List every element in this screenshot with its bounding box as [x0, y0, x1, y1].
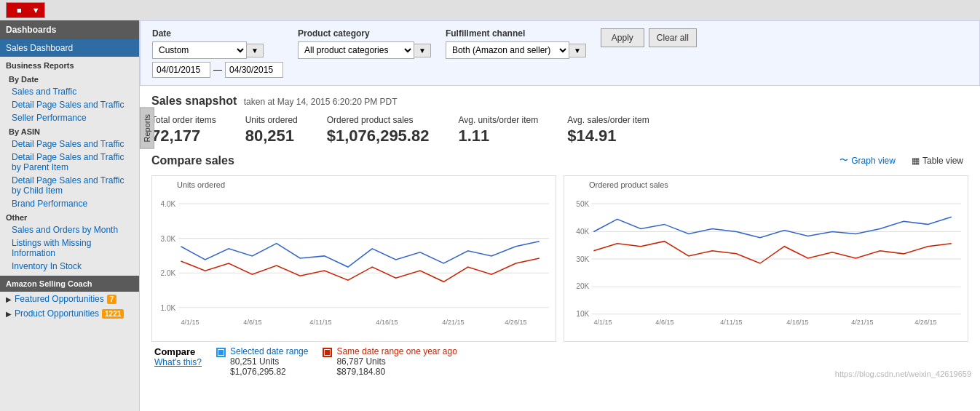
date-start-input[interactable] [152, 62, 210, 78]
snapshot-title: Sales snapshot taken at May 14, 2015 6:2… [151, 95, 968, 108]
legend2-units: 86,787 Units [336, 356, 457, 367]
product-badge: 1221 [102, 309, 124, 319]
metric-value-2: $1,076,295.82 [327, 127, 430, 145]
legend1-checkbox[interactable] [216, 348, 226, 357]
svg-text:50K: 50K [576, 200, 589, 208]
date-separator: — [213, 65, 222, 75]
legend2-checkbox[interactable] [323, 348, 332, 357]
chart2-svg: 50K 40K 30K 20K 10K [567, 191, 965, 336]
compare-header: Compare sales 〜 Graph view ▦ Table view [151, 151, 968, 169]
fulfillment-dropdown-btn[interactable]: ▼ [569, 44, 586, 57]
sidebar-by-asin: By ASIN [0, 124, 139, 137]
sidebar-sales-traffic[interactable]: Sales and Traffic [0, 85, 139, 98]
compare-label-group: Compare What's this? [154, 346, 202, 367]
svg-text:4/16/15: 4/16/15 [786, 319, 808, 326]
main-layout: Dashboards Sales Dashboard Business Repo… [0, 20, 980, 411]
legend1-group: Selected date range 80,251 Units $1,076,… [216, 346, 308, 377]
legend2-sales: $879,184.80 [336, 367, 457, 377]
sidebar-asin-child[interactable]: Detail Page Sales and Traffic by Child I… [0, 174, 139, 197]
clear-button[interactable]: Clear all [649, 28, 697, 47]
metric-product-sales: Ordered product sales $1,076,295.82 [327, 115, 430, 145]
legend1-check-inner [218, 350, 224, 355]
date-dropdown-btn[interactable]: ▼ [247, 44, 264, 57]
sidebar-seller-performance[interactable]: Seller Performance [0, 111, 139, 124]
svg-text:20K: 20K [576, 282, 589, 290]
featured-badge: 7 [107, 295, 117, 304]
fulfillment-select[interactable]: Both (Amazon and seller) [446, 41, 569, 59]
reports-tab-container: Reports [140, 108, 154, 149]
legend2-check-inner [325, 350, 330, 355]
svg-text:4/16/15: 4/16/15 [376, 319, 398, 326]
metric-units: Units ordered 80,251 [245, 115, 298, 145]
svg-text:4/26/15: 4/26/15 [505, 319, 526, 326]
featured-label: Featured Opportunities [15, 294, 104, 304]
svg-text:4/26/15: 4/26/15 [914, 319, 936, 326]
metric-value-0: 72,177 [151, 127, 216, 145]
sidebar: Dashboards Sales Dashboard Business Repo… [0, 20, 140, 411]
compare-label: Compare [154, 346, 202, 357]
filter-date-group: Date Custom ▼ — [152, 28, 283, 78]
legend2-name[interactable]: Same date range one year ago [336, 346, 457, 356]
apply-button[interactable]: Apply [601, 28, 644, 47]
sidebar-dashboards-header: Dashboards [0, 20, 139, 39]
view-toggle: 〜 Graph view ▦ Table view [834, 151, 968, 169]
sidebar-detail-sales-traffic[interactable]: Detail Page Sales and Traffic [0, 98, 139, 111]
date-label: Date [152, 28, 283, 39]
sidebar-brand-performance[interactable]: Brand Performance [0, 197, 139, 210]
chart1-svg: 4.0K 3.0K 2.0K 1.0K [155, 191, 553, 336]
sidebar-sales-orders[interactable]: Sales and Orders by Month [0, 223, 139, 236]
watermark: https://blog.csdn.net/weixin_42619659 [835, 370, 971, 378]
sidebar-featured-opportunities[interactable]: ▶ Featured Opportunities 7 [0, 292, 139, 306]
legend1-text: Selected date range 80,251 Units $1,076,… [230, 346, 308, 377]
snapshot-metrics: Total order items 72,177 Units ordered 8… [151, 115, 968, 145]
chart-units: Units ordered 4.0K 3.0K 2.0K 1.0K [151, 175, 556, 342]
svg-text:4/21/15: 4/21/15 [851, 319, 873, 326]
sidebar-asin-parent[interactable]: Detail Page Sales and Traffic by Parent … [0, 151, 139, 174]
sidebar-business-reports: Business Reports [0, 57, 139, 72]
featured-arrow-icon: ▶ [6, 295, 12, 303]
metric-avg-sales: Avg. sales/order item $14.91 [567, 115, 649, 145]
svg-text:4/6/15: 4/6/15 [243, 319, 261, 326]
snapshot-section: Sales snapshot taken at May 14, 2015 6:2… [140, 86, 980, 151]
content: Reports Date Custom ▼ [140, 20, 980, 411]
date-select[interactable]: Custom [152, 41, 247, 59]
legend1-sales: $1,076,295.82 [230, 367, 308, 377]
whats-this-link[interactable]: What's this? [154, 357, 202, 367]
top-bar-dropdown[interactable]: ■ ▼ [6, 2, 45, 18]
product-dropdown-btn[interactable]: ▼ [414, 44, 431, 57]
sidebar-by-date: By Date [0, 72, 139, 85]
legend1-name[interactable]: Selected date range [230, 346, 308, 356]
metric-avg-units: Avg. units/order item 1.11 [458, 115, 538, 145]
sidebar-product-opportunities[interactable]: ▶ Product Opportunities 1221 [0, 306, 139, 321]
graph-view-btn[interactable]: 〜 Graph view [834, 151, 901, 169]
metric-value-3: 1.11 [458, 127, 538, 145]
brand-label: ■ [11, 4, 28, 16]
filter-row: Date Custom ▼ — [152, 28, 968, 78]
svg-text:4/21/15: 4/21/15 [442, 319, 464, 326]
chart2-label: Ordered product sales [589, 180, 965, 189]
metric-total-orders: Total order items 72,177 [151, 115, 216, 145]
table-view-btn[interactable]: ▦ Table view [906, 153, 968, 169]
metric-label-3: Avg. units/order item [458, 115, 538, 125]
svg-text:1.0K: 1.0K [161, 304, 176, 312]
top-bar: ■ ▼ [0, 0, 980, 20]
charts-row: Units ordered 4.0K 3.0K 2.0K 1.0K [151, 175, 968, 342]
metric-value-1: 80,251 [245, 127, 298, 145]
sidebar-inventory[interactable]: Inventory In Stock [0, 260, 139, 273]
reports-tab[interactable]: Reports [140, 108, 154, 149]
sidebar-asin-detail-sales[interactable]: Detail Page Sales and Traffic [0, 137, 139, 151]
date-end-input[interactable] [225, 62, 283, 78]
sidebar-sales-dashboard[interactable]: Sales Dashboard [0, 39, 139, 57]
sidebar-listings-missing[interactable]: Listings with Missing Information [0, 236, 139, 260]
svg-text:4/11/15: 4/11/15 [309, 319, 331, 326]
compare-title: Compare sales [151, 154, 234, 167]
svg-text:30K: 30K [576, 255, 589, 263]
legend2-text: Same date range one year ago 86,787 Unit… [336, 346, 457, 377]
svg-text:4/11/15: 4/11/15 [720, 319, 742, 326]
filter-bar: Date Custom ▼ — [140, 20, 980, 86]
svg-text:40K: 40K [576, 228, 589, 236]
product-category-select[interactable]: All product categories [298, 41, 414, 59]
snapshot-title-text: Sales snapshot [151, 95, 237, 107]
filter-product-group: Product category All product categories … [298, 28, 431, 59]
metric-label-4: Avg. sales/order item [567, 115, 649, 125]
